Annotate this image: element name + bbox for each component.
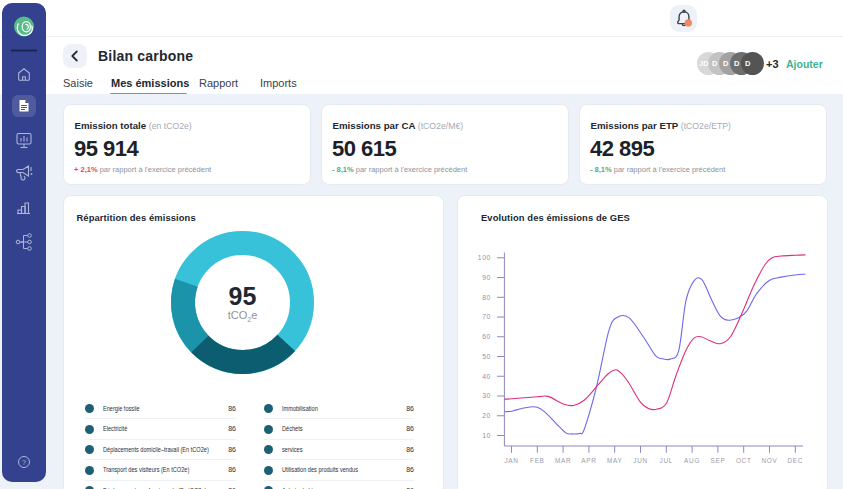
svg-text:?: ? [22, 459, 26, 466]
svg-text:80: 80 [482, 294, 491, 301]
svg-text:DEC: DEC [788, 457, 804, 464]
svg-text:OCT: OCT [736, 457, 752, 464]
svg-text:JUL: JUL [660, 457, 673, 464]
svg-text:MAR: MAR [555, 457, 571, 464]
svg-text:70: 70 [482, 313, 491, 320]
svg-text:50: 50 [482, 353, 491, 360]
svg-text:100: 100 [478, 254, 491, 261]
svg-text:NOV: NOV [762, 457, 778, 464]
svg-text:90: 90 [482, 274, 491, 281]
svg-text:JUN: JUN [633, 457, 648, 464]
svg-text:40: 40 [482, 373, 491, 380]
svg-text:60: 60 [482, 333, 491, 340]
svg-text:JAN: JAN [504, 457, 518, 464]
svg-text:30: 30 [482, 392, 491, 399]
svg-text:APR: APR [581, 457, 596, 464]
svg-text:MAY: MAY [607, 457, 623, 464]
svg-text:FEB: FEB [530, 457, 545, 464]
svg-text:tCO2e: tCO2e [228, 309, 258, 323]
svg-text:95: 95 [229, 282, 257, 310]
svg-text:SEP: SEP [710, 457, 725, 464]
svg-text:20: 20 [482, 412, 491, 419]
svg-text:10: 10 [482, 432, 491, 439]
svg-text:AUG: AUG [684, 457, 700, 464]
